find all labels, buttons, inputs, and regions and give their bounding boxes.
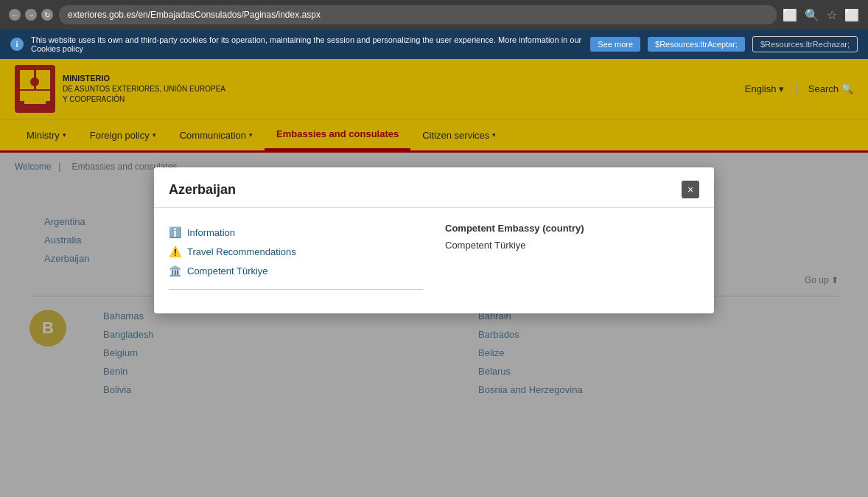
translate-icon[interactable]: ⬜: [783, 8, 797, 22]
search-button[interactable]: Search 🔍: [808, 83, 853, 94]
info-icon: ℹ️: [169, 226, 181, 238]
see-more-button[interactable]: See more: [590, 37, 640, 52]
browser-toolbar: ⬜ 🔍 ☆ ⬜: [783, 8, 859, 22]
modal-body: ℹ️ Information ⚠️ Travel Recommendations…: [154, 208, 714, 313]
modal-menu-travel[interactable]: ⚠️ Travel Recommendations: [169, 242, 423, 261]
bookmark-icon[interactable]: ☆: [827, 8, 837, 22]
modal-menu-competent[interactable]: 🏛️ Competent Türkiye: [169, 261, 423, 280]
nav-foreign-policy[interactable]: Foreign policy ▾: [78, 119, 168, 150]
modal-menu-information-label: Information: [187, 227, 235, 238]
info-icon: i: [10, 38, 24, 51]
building-icon: 🏛️: [169, 265, 181, 277]
chevron-down-icon: ▾: [63, 131, 66, 139]
warning-icon: ⚠️: [169, 246, 181, 257]
search-icon: 🔍: [841, 83, 853, 94]
browser-controls: ← → ↻: [9, 9, 53, 21]
modal-menu-competent-label: Competent Türkiye: [187, 265, 268, 277]
nav-communication[interactable]: Communication ▾: [168, 119, 265, 150]
browser-refresh[interactable]: ↻: [41, 9, 53, 21]
language-selector[interactable]: English ▾: [745, 83, 784, 94]
nav-citizen-services[interactable]: Citizen services ▾: [410, 119, 508, 150]
nav-ministry[interactable]: Ministry ▾: [15, 119, 78, 150]
browser-back[interactable]: ←: [9, 9, 21, 21]
page-content: Welcome | Embassies and consulates A| B|…: [0, 153, 868, 497]
modal-menu-travel-label: Travel Recommendations: [187, 246, 296, 257]
modal-overlay[interactable]: Azerbaijan × ℹ️ Information ⚠️ Travel Re…: [0, 153, 868, 497]
chevron-down-icon: ▾: [249, 131, 253, 139]
cookie-banner: i This website uses its own and third-pa…: [0, 29, 868, 59]
modal-close-button[interactable]: ×: [682, 181, 699, 198]
cookie-text: This website uses its own and third-part…: [31, 35, 583, 53]
svg-point-4: [30, 77, 39, 86]
coat-of-arms: [15, 65, 55, 113]
zoom-icon[interactable]: 🔍: [805, 8, 819, 22]
modal-header: Azerbaijan ×: [154, 167, 714, 208]
main-nav: Ministry ▾ Foreign policy ▾ Communicatio…: [0, 119, 868, 150]
modal-right-panel: Competent Embassy (country) Competent Tü…: [445, 223, 699, 299]
modal-divider: [169, 289, 423, 290]
modal-left-panel: ℹ️ Information ⚠️ Travel Recommendations…: [169, 223, 423, 299]
nav-embassies[interactable]: Embassies and consulates: [265, 119, 410, 150]
browser-forward[interactable]: →: [25, 9, 37, 21]
address-bar[interactable]: exteriores.gob.es/en/EmbajadasConsulados…: [59, 5, 777, 24]
url-text: exteriores.gob.es/en/EmbajadasConsulados…: [68, 10, 321, 20]
extensions-icon[interactable]: ⬜: [844, 8, 859, 22]
browser-chrome: ← → ↻ exteriores.gob.es/en/EmbajadasCons…: [0, 0, 868, 29]
modal-menu-information[interactable]: ℹ️ Information: [169, 223, 423, 242]
chevron-down-icon: ▾: [153, 131, 156, 139]
modal-title: Azerbaijan: [169, 182, 236, 198]
logo-area: MINISTERIO DE ASUNTOS EXTERIORES, UNIÓN …: [15, 65, 225, 113]
competent-embassy-value: Competent Türkiye: [445, 240, 699, 251]
site-header: MINISTERIO DE ASUNTOS EXTERIORES, UNIÓN …: [0, 59, 868, 119]
header-right: English ▾ | Search 🔍: [745, 81, 853, 97]
chevron-down-icon: ▾: [492, 131, 496, 139]
modal-dialog: Azerbaijan × ℹ️ Information ⚠️ Travel Re…: [154, 167, 714, 313]
ministry-name: MINISTERIO DE ASUNTOS EXTERIORES, UNIÓN …: [63, 73, 225, 105]
svg-rect-5: [24, 98, 46, 104]
accept-button[interactable]: $Resources:ltrAceptar;: [648, 37, 745, 52]
reject-button[interactable]: $Resources:ltrRechazar;: [752, 36, 858, 52]
competent-embassy-label: Competent Embassy (country): [445, 223, 699, 234]
